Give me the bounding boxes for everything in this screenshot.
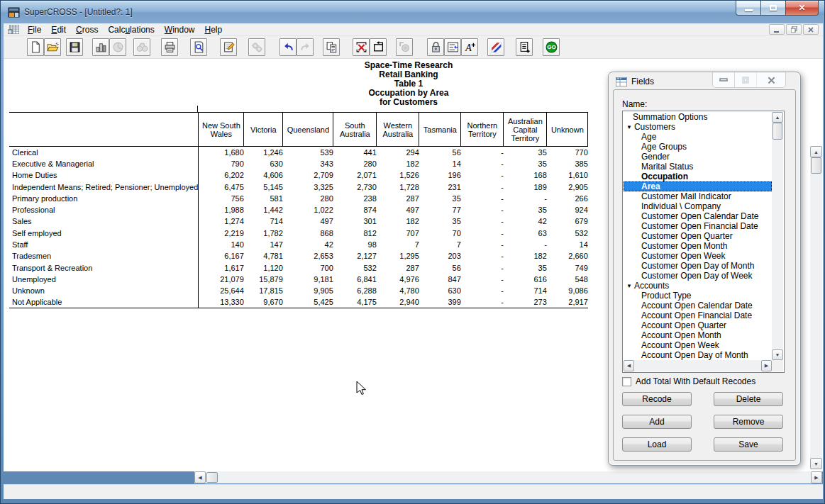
dialog-restore-button[interactable] [735, 72, 757, 87]
table-cell[interactable]: 294 [377, 147, 419, 158]
table-cell[interactable]: - [504, 239, 547, 250]
field-item-customer-open-day-of-month[interactable]: Customer Open Day of Month [624, 261, 772, 271]
table-cell[interactable]: 714 [244, 215, 283, 227]
menu-cross[interactable]: Cross [71, 24, 103, 35]
table-cell[interactable]: 14 [547, 239, 588, 250]
field-item-account-open-week[interactable]: Account Open Week [624, 340, 772, 350]
copy-button[interactable] [323, 38, 340, 56]
expand-arrow-icon[interactable]: ▼ [626, 281, 632, 291]
table-cell[interactable]: 700 [283, 262, 333, 273]
close-button[interactable]: ✕ [786, 1, 819, 16]
go-button[interactable]: GO [543, 38, 560, 56]
binoculars-button[interactable] [133, 38, 150, 56]
table-cell[interactable]: 770 [547, 147, 588, 158]
field-item-customer-open-month[interactable]: Customer Open Month [624, 241, 772, 251]
table-cell[interactable]: 399 [419, 296, 461, 308]
field-item-customer-open-financial-date[interactable]: Customer Open Financial Date [624, 221, 772, 231]
horizontal-scrollbar[interactable]: ◀ ▶ [194, 471, 822, 483]
field-item-customers[interactable]: ▼Customers [624, 122, 772, 132]
table-cell[interactable]: - [461, 296, 504, 308]
field-item-account-open-quarter[interactable]: Account Open Quarter [624, 320, 772, 330]
fields-scroll-down-button[interactable]: ▼ [772, 349, 783, 360]
table-cell[interactable]: 287 [377, 262, 419, 273]
table-cell[interactable]: 1,120 [244, 262, 283, 273]
table-cell[interactable]: 532 [547, 228, 588, 239]
table-cell[interactable]: 1,246 [244, 147, 283, 158]
table-cell[interactable]: 17,815 [244, 285, 283, 296]
menu-calculations[interactable]: Calculations [103, 24, 159, 35]
table-cell[interactable]: 196 [419, 169, 461, 181]
print-preview-button[interactable] [190, 38, 207, 56]
delete-button[interactable]: Delete [714, 392, 783, 406]
field-item-customer-mail-indicator[interactable]: Customer Mail Indicator [624, 191, 772, 201]
table-cell[interactable]: 3,325 [283, 181, 333, 192]
table-cell[interactable]: 7 [419, 239, 461, 250]
column-header-unknown[interactable]: Unknown [547, 113, 588, 147]
fields-list-vscroll[interactable]: ▲ ▼ [772, 112, 783, 360]
row-label-executive-managerial[interactable]: Executive & Managerial [9, 158, 199, 169]
field-item-occupation[interactable]: Occupation [624, 172, 772, 181]
table-cell[interactable]: - [461, 262, 504, 273]
table-cell[interactable]: 1,617 [199, 262, 244, 273]
table-cell[interactable]: 868 [283, 228, 333, 239]
lock-button[interactable] [427, 38, 444, 56]
table-cell[interactable]: 287 [377, 193, 419, 204]
table-cell[interactable]: 182 [504, 250, 547, 262]
table-cell[interactable]: 707 [377, 228, 419, 239]
table-cell[interactable]: 2,940 [377, 296, 419, 308]
field-item-account-open-financial-date[interactable]: Account Open Financial Date [624, 310, 772, 320]
field-list-button[interactable] [444, 38, 461, 56]
table-cell[interactable]: 2,905 [547, 181, 588, 192]
add-total-checkbox[interactable] [622, 377, 631, 386]
table-cell[interactable]: 924 [547, 204, 588, 215]
save-button[interactable] [66, 38, 83, 56]
fields-list-hscroll[interactable]: ◀ ▶ [624, 360, 772, 371]
table-cell[interactable]: 21,079 [199, 274, 244, 285]
table-cell[interactable]: 1,526 [377, 169, 419, 181]
fields-scroll-thumb[interactable] [773, 123, 782, 140]
column-header-new-south-wales[interactable]: New South Wales [199, 113, 244, 147]
table-cell[interactable]: - [461, 181, 504, 192]
table-cell[interactable]: 35 [504, 204, 547, 215]
table-cell[interactable]: 15,879 [244, 274, 283, 285]
gears-button[interactable] [248, 38, 265, 56]
table-cell[interactable]: 5,425 [283, 296, 333, 308]
table-cell[interactable]: 1,680 [199, 147, 244, 158]
row-label-independent-means-retired-pensioner-unemployed[interactable]: Independent Means; Retired; Pensioner; U… [9, 181, 199, 192]
table-cell[interactable]: 539 [283, 147, 333, 158]
table-cell[interactable]: 385 [547, 158, 588, 169]
table-cell[interactable]: 9,181 [283, 274, 333, 285]
scroll-right-button[interactable]: ▶ [811, 471, 822, 483]
table-cell[interactable]: 2,917 [547, 296, 588, 308]
table-cell[interactable]: 56 [419, 147, 461, 158]
table-cell[interactable]: 2,071 [333, 169, 377, 181]
table-cell[interactable]: 273 [504, 296, 547, 308]
table-cell[interactable]: 1,988 [199, 204, 244, 215]
table-cell[interactable]: 1,782 [244, 228, 283, 239]
scroll-up-button[interactable]: ▲ [810, 146, 822, 157]
table-cell[interactable]: 1,610 [547, 169, 588, 181]
add-page-button[interactable] [516, 38, 533, 56]
row-label-professional[interactable]: Professional [9, 204, 199, 215]
table-cell[interactable]: 6,841 [333, 274, 377, 285]
table-cell[interactable]: 280 [283, 193, 333, 204]
field-item-account-open-day-of-month[interactable]: Account Open Day of Month [624, 350, 772, 360]
table-cell[interactable]: 35 [504, 147, 547, 158]
delete-table-button[interactable] [353, 38, 370, 56]
table-cell[interactable]: - [461, 285, 504, 296]
fields-dialog-titlebar[interactable]: Fields [616, 77, 654, 86]
print-button[interactable] [161, 38, 178, 56]
open-folder-button[interactable] [44, 38, 61, 56]
mdi-restore-button[interactable] [786, 24, 802, 35]
row-label-unknown[interactable]: Unknown [9, 285, 199, 296]
field-item-marital-status[interactable]: Marital Status [624, 162, 772, 172]
field-item-customer-open-week[interactable]: Customer Open Week [624, 251, 772, 261]
table-cell[interactable]: 42 [504, 215, 547, 227]
scroll-left-button[interactable]: ◀ [194, 471, 206, 483]
table-cell[interactable]: 4,606 [244, 169, 283, 181]
table-cell[interactable]: - [461, 204, 504, 215]
row-label-unemployed[interactable]: Unemployed [9, 274, 199, 285]
table-cell[interactable]: 847 [419, 274, 461, 285]
field-item-account-open-calendar-date[interactable]: Account Open Calendar Date [624, 301, 772, 310]
table-cell[interactable]: 189 [504, 181, 547, 192]
